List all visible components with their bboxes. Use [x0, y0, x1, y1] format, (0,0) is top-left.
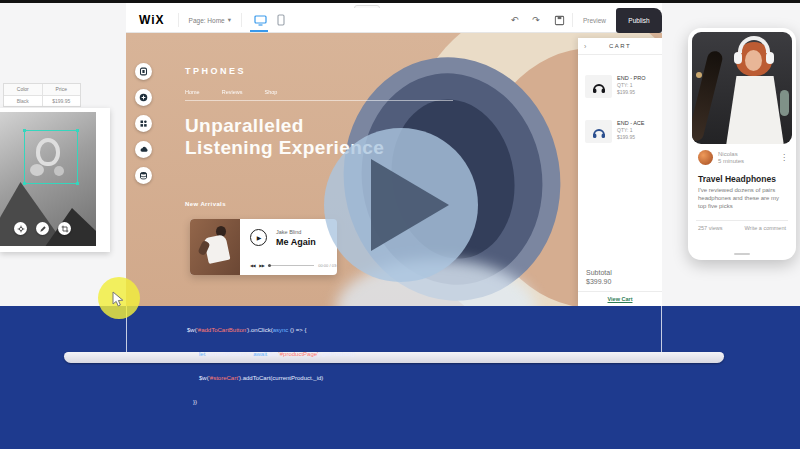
- crop-icon: [61, 225, 69, 233]
- editor-topbar: WiX Page: Home ▾ ↶ ↷ Preview: [126, 8, 662, 33]
- chevron-down-icon: ▾: [228, 16, 231, 24]
- album-art-runner: [190, 219, 240, 275]
- table-header-color: Color: [4, 84, 42, 95]
- cart-item[interactable]: END - PRO QTY: 1 $199.95: [585, 75, 655, 98]
- nav-link-reviews[interactable]: Reviews: [222, 89, 243, 95]
- product-mini-table: Color Price Black $199.95: [3, 83, 81, 107]
- write-comment-link[interactable]: Write a comment: [745, 225, 786, 231]
- code-text: currentProduct =: [205, 351, 253, 357]
- video-play-button[interactable]: [324, 128, 478, 282]
- device-switcher: [242, 8, 297, 32]
- play-icon: [371, 159, 449, 251]
- media-uploads-button[interactable]: [135, 141, 152, 158]
- music-player-widget[interactable]: ▶ Jake Blind Me Again ◀◀ ▶▶ 00:00 / 03:1…: [190, 219, 337, 275]
- progress-bar[interactable]: [268, 265, 314, 266]
- code-text: () => {: [288, 327, 306, 333]
- cart-item-qty: QTY: 1: [617, 82, 645, 89]
- velo-code-panel[interactable]: $w('#addToCartButton').onClick(async () …: [187, 310, 355, 422]
- cart-item-name: END - ACE: [617, 120, 645, 127]
- table-cell-color: Black: [4, 96, 42, 106]
- code-string: '#storeCart': [209, 375, 239, 381]
- grayscale-headphones-photo[interactable]: [0, 112, 96, 246]
- add-element-button[interactable]: [135, 89, 152, 106]
- topbar-right-group: ↶ ↷ Preview Publish: [504, 8, 662, 32]
- preview-button[interactable]: Preview: [573, 17, 616, 24]
- active-device-underline: [250, 30, 268, 32]
- wix-logo: WiX: [126, 13, 178, 27]
- undo-icon[interactable]: ↶: [504, 15, 526, 25]
- site-brand[interactable]: TPHONES: [185, 66, 453, 76]
- author-meta: Nicolas 5 minutes: [718, 151, 744, 165]
- selection-box[interactable]: [24, 130, 78, 184]
- mobile-preview-card: Nicolas 5 minutes ⋮ Travel Headphones I'…: [688, 28, 796, 260]
- player-play-button[interactable]: ▶: [250, 229, 267, 246]
- site-nav: Home Reviews Shop: [185, 89, 453, 101]
- code-line: $w('#addToCartButton').onClick(async () …: [187, 326, 355, 334]
- cart-header: › CART: [578, 38, 662, 55]
- save-icon[interactable]: [547, 15, 572, 26]
- nav-link-shop[interactable]: Shop: [264, 89, 277, 95]
- headphone-earcup-right: [766, 52, 774, 64]
- app-market-button[interactable]: [135, 115, 152, 132]
- subtotal-value: $399.90: [586, 278, 654, 285]
- desktop-icon[interactable]: [254, 15, 267, 26]
- code-text: $w(: [187, 327, 197, 333]
- code-text: ).addToCart(currentProduct._id): [239, 375, 323, 381]
- avatar: [698, 150, 713, 165]
- post-footer: 257 views Write a comment: [698, 225, 786, 231]
- post-time: 5 minutes: [718, 158, 744, 165]
- collapse-chevron-icon[interactable]: ›: [584, 43, 586, 50]
- page-selector[interactable]: Page: Home ▾: [179, 16, 241, 24]
- skip-forward-icon[interactable]: ▶▶: [259, 263, 264, 268]
- background-navy-band: [0, 306, 800, 449]
- code-text: ).getProduct(): [318, 351, 355, 357]
- cart-title: CART: [578, 43, 662, 49]
- publish-button[interactable]: Publish: [616, 8, 662, 33]
- laptop-screen-edge-right: [661, 306, 662, 353]
- skip-back-icon[interactable]: ◀◀: [250, 263, 255, 268]
- view-cart-link[interactable]: View Cart: [608, 296, 633, 302]
- headphone-earcup-left: [734, 52, 742, 64]
- content-manager-button[interactable]: [135, 167, 152, 184]
- cart-item-price: $199.95: [617, 134, 645, 141]
- video-frame: Color Price Black $199.95: [0, 0, 800, 449]
- play-icon: ▶: [257, 234, 262, 241]
- kebab-menu-icon[interactable]: ⋮: [780, 153, 788, 162]
- code-keyword: async: [273, 327, 289, 333]
- post-title[interactable]: Travel Headphones: [698, 174, 776, 184]
- post-author-row: Nicolas 5 minutes ⋮: [698, 150, 788, 165]
- selection-handle[interactable]: [23, 182, 26, 185]
- cart-item-price: $199.95: [617, 89, 645, 96]
- edit-button[interactable]: [36, 222, 49, 235]
- nav-link-home[interactable]: Home: [185, 89, 200, 95]
- product-thumbnail-black: [585, 75, 612, 98]
- pages-tool-button[interactable]: [135, 63, 152, 80]
- crop-button[interactable]: [58, 222, 71, 235]
- reviewer-photo: [692, 32, 792, 144]
- cart-item[interactable]: END - ACE QTY: 1 $199.95: [585, 120, 655, 143]
- pencil-icon: [39, 225, 47, 233]
- author-name: Nicolas: [718, 151, 744, 158]
- code-text: ).onClick(: [247, 327, 272, 333]
- cart-panel: › CART END - PRO QTY: 1 $199.95 END - A: [578, 38, 662, 306]
- track-time: 00:00 / 03:19: [318, 263, 337, 268]
- code-line: }): [187, 398, 355, 406]
- divider: [696, 220, 788, 221]
- mobile-icon[interactable]: [277, 14, 285, 26]
- code-line: $w('#storeCart').addToCart(currentProduc…: [187, 374, 355, 382]
- selection-handle[interactable]: [23, 129, 26, 132]
- settings-button[interactable]: [14, 222, 27, 235]
- cart-item-details: END - ACE QTY: 1 $199.95: [617, 120, 645, 141]
- code-keyword: await: [253, 351, 267, 357]
- topbar-left-group: WiX Page: Home ▾: [126, 8, 297, 32]
- selection-handle[interactable]: [76, 182, 79, 185]
- skateboard: [692, 50, 724, 143]
- reviewer-face: [745, 50, 762, 71]
- selection-handle[interactable]: [76, 129, 79, 132]
- skateboard-wheel: [696, 72, 702, 78]
- photo-toolbar: [14, 222, 71, 235]
- reviewer-shirt: [726, 76, 784, 144]
- redo-icon[interactable]: ↷: [525, 15, 547, 25]
- table-cell-price: $199.95: [42, 96, 81, 106]
- image-editor-panel: [0, 108, 110, 252]
